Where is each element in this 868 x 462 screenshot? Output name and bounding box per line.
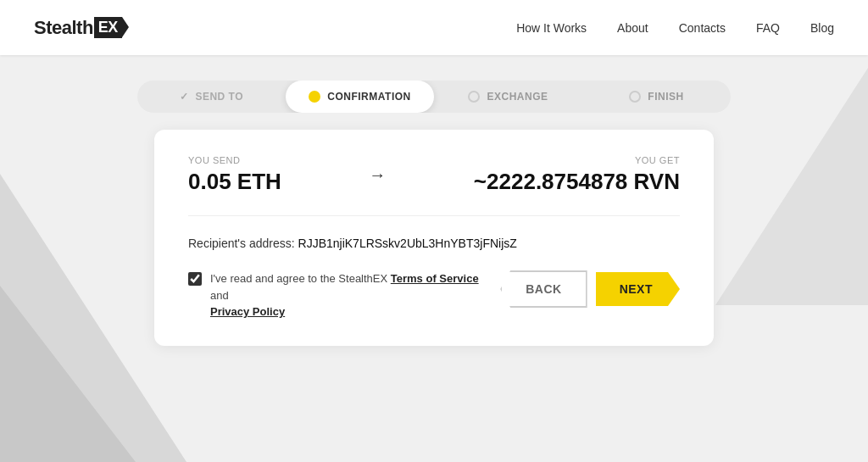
agree-middle: and [210, 289, 229, 302]
next-button[interactable]: NEXT [596, 272, 680, 306]
step-exchange-label: EXCHANGE [487, 91, 548, 103]
agree-checkbox[interactable] [188, 272, 202, 286]
steps-bar: ✓ SEND TO CONFIRMATION EXCHANGE FINISH [137, 81, 731, 113]
finish-dot [629, 91, 641, 103]
recipient-label: Recipient's address: [188, 237, 295, 250]
step-finish: FINISH [582, 81, 731, 113]
privacy-link[interactable]: Privacy Policy [210, 305, 285, 318]
exchange-dot [468, 91, 480, 103]
recipient-address: RJJB1njiK7LRSskv2UbL3HnYBT3jFNijsZ [298, 237, 517, 250]
nav-blog[interactable]: Blog [810, 21, 834, 35]
recipient-row: Recipient's address: RJJB1njiK7LRSskv2Ub… [188, 237, 680, 250]
get-label: YOU GET [635, 155, 680, 165]
header: Stealth EX How It Works About Contacts F… [0, 0, 868, 55]
arrow-icon: → [369, 165, 386, 185]
nav-contacts[interactable]: Contacts [679, 21, 726, 35]
confirmation-card: YOU SEND 0.05 ETH → YOU GET ~2222.875487… [154, 130, 714, 346]
agree-prefix: I've read and agree to the StealthEX [210, 272, 391, 285]
get-amount: ~2222.8754878 RVN [474, 169, 680, 195]
logo-stealth: Stealth [34, 17, 93, 39]
send-block: YOU SEND 0.05 ETH [188, 155, 281, 195]
agree-text: I've read and agree to the StealthEX Ter… [210, 270, 480, 320]
check-icon: ✓ [180, 91, 189, 103]
get-block: YOU GET ~2222.8754878 RVN [474, 155, 680, 195]
checkbox-wrapper[interactable] [188, 272, 202, 286]
agree-text-wrap: I've read and agree to the StealthEX Ter… [188, 270, 480, 320]
send-amount: 0.05 ETH [188, 169, 281, 195]
steps-container: ✓ SEND TO CONFIRMATION EXCHANGE FINISH [34, 81, 834, 113]
step-confirmation-label: CONFIRMATION [327, 91, 410, 103]
step-finish-label: FINISH [648, 91, 683, 103]
logo-ex: EX [94, 17, 122, 38]
main-nav: How It Works About Contacts FAQ Blog [516, 21, 834, 35]
send-label: YOU SEND [188, 155, 240, 165]
buttons-wrap: BACK NEXT [500, 270, 680, 308]
tos-link[interactable]: Terms of Service [391, 272, 479, 285]
exchange-info: YOU SEND 0.05 ETH → YOU GET ~2222.875487… [188, 155, 680, 216]
agree-row: I've read and agree to the StealthEX Ter… [188, 270, 680, 320]
step-confirmation: CONFIRMATION [286, 81, 434, 113]
confirmation-dot [309, 91, 320, 103]
nav-about[interactable]: About [617, 21, 648, 35]
main-content: ✓ SEND TO CONFIRMATION EXCHANGE FINISH Y… [0, 55, 868, 380]
step-send-to: ✓ SEND TO [137, 81, 286, 113]
back-button[interactable]: BACK [500, 270, 587, 308]
step-exchange: EXCHANGE [434, 81, 582, 113]
logo[interactable]: Stealth EX [34, 17, 122, 39]
nav-how-it-works[interactable]: How It Works [516, 21, 587, 35]
nav-faq[interactable]: FAQ [756, 21, 780, 35]
step-send-to-label: SEND TO [195, 91, 243, 103]
